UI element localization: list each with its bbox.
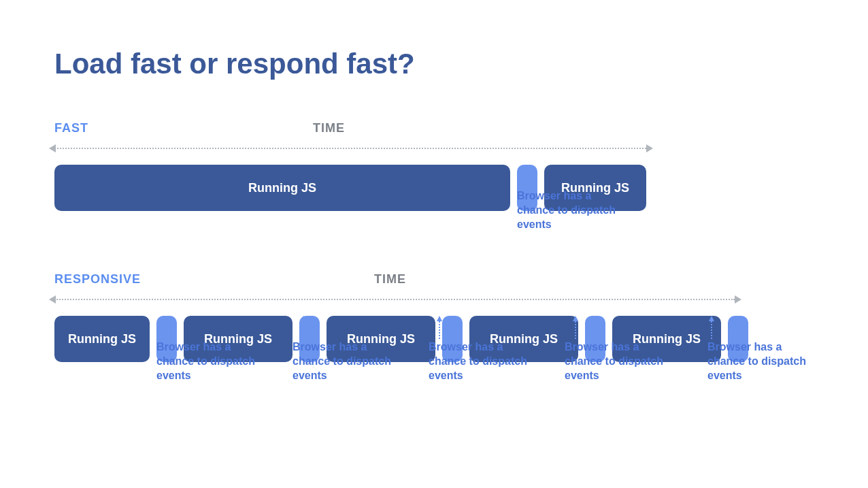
responsive-time-label: TIME	[374, 272, 406, 287]
pointer-icon	[575, 321, 576, 339]
block-label: Running JS	[68, 332, 136, 346]
dispatch-events-annotation: Browser has a chance to dispatch events	[565, 340, 673, 383]
slide: Load fast or respond fast? FAST TIME Run…	[54, 48, 803, 362]
pointer-icon	[303, 321, 304, 339]
fast-axis-line	[54, 148, 646, 149]
fast-time-label: TIME	[313, 121, 345, 135]
running-js-block: Running JS	[54, 316, 150, 362]
pointer-icon	[711, 321, 712, 339]
dispatch-events-annotation: Browser has a chance to dispatch events	[429, 340, 537, 383]
dispatch-events-annotation: Browser has a chance to dispatch events	[707, 340, 816, 383]
responsive-section: RESPONSIVE TIME Running JSRunning JSRunn…	[54, 272, 803, 362]
responsive-label: RESPONSIVE	[54, 272, 141, 287]
slide-title: Load fast or respond fast?	[54, 48, 803, 80]
responsive-labels-row: RESPONSIVE TIME	[54, 272, 803, 293]
fast-label: FAST	[54, 121, 88, 135]
fast-labels-row: FAST TIME	[54, 121, 803, 142]
fast-section: FAST TIME Running JSRunning JS Browser h…	[54, 121, 803, 211]
pointer-icon	[527, 170, 529, 188]
responsive-axis	[54, 295, 803, 304]
arrow-right-icon	[735, 295, 741, 304]
fast-timeline: Running JSRunning JS	[54, 165, 803, 211]
pointer-icon	[439, 321, 440, 339]
pointer-icon	[167, 321, 168, 339]
dispatch-events-annotation: Browser has a chance to dispatch events	[517, 189, 626, 231]
running-js-block: Running JS	[54, 165, 510, 211]
arrow-right-icon	[646, 144, 653, 152]
fast-axis	[54, 144, 803, 152]
dispatch-events-annotation: Browser has a chance to dispatch events	[156, 340, 265, 383]
dispatch-events-annotation: Browser has a chance to dispatch events	[293, 340, 401, 383]
responsive-axis-line	[54, 299, 735, 300]
block-label: Running JS	[248, 181, 316, 195]
